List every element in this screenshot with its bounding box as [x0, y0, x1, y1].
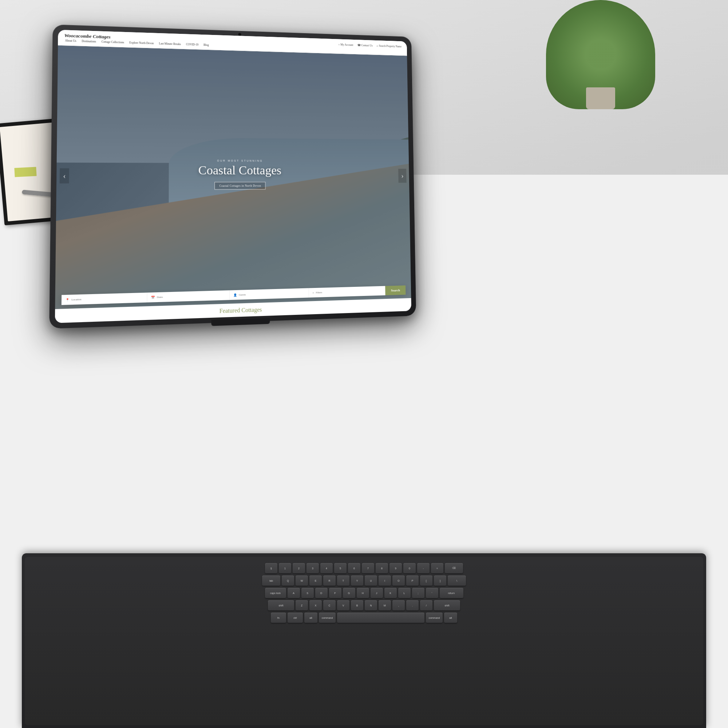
key-2[interactable]: 2 [293, 563, 305, 573]
key-period[interactable]: . [406, 600, 419, 610]
key-0[interactable]: 0 [403, 563, 416, 573]
key-v[interactable]: V [337, 600, 349, 610]
key-m[interactable]: M [379, 600, 391, 610]
plant-pot [586, 87, 615, 109]
nav-blog[interactable]: Blog [203, 43, 209, 47]
key-8[interactable]: 8 [376, 563, 388, 573]
key-6[interactable]: 6 [348, 563, 360, 573]
key-c[interactable]: C [323, 600, 336, 610]
key-x[interactable]: X [309, 600, 322, 610]
key-o[interactable]: O [392, 575, 405, 586]
key-5[interactable]: 5 [334, 563, 347, 573]
key-9[interactable]: 9 [390, 563, 402, 573]
ipad-wrapper: Woocacombe Cottages ○ My Account ☎ Conta… [49, 24, 416, 329]
nav-top-right: ○ My Account ☎ Contact Us ⌕ Search Prope… [338, 43, 401, 48]
hero-cta-button[interactable]: Coastal Cottages in North Devon [214, 182, 266, 189]
nav-last-minute-breaks[interactable]: Last Minute Breaks [159, 42, 181, 46]
hero-next-button[interactable]: › [398, 169, 407, 183]
key-w[interactable]: W [295, 575, 308, 586]
key-caps-lock[interactable]: caps lock [265, 588, 286, 598]
search-button[interactable]: Search [385, 285, 405, 295]
key-s[interactable]: S [301, 588, 314, 598]
ipad-device: Woocacombe Cottages ○ My Account ☎ Conta… [49, 24, 416, 329]
key-f[interactable]: F [329, 588, 341, 598]
ipad-screen: Woocacombe Cottages ○ My Account ☎ Conta… [55, 30, 411, 323]
key-equals[interactable]: = [431, 563, 444, 573]
key-d[interactable]: D [315, 588, 327, 598]
key-fn[interactable]: fn [271, 613, 286, 623]
key-1[interactable]: 1 [279, 563, 291, 573]
key-e[interactable]: E [309, 575, 322, 586]
key-l[interactable]: L [398, 588, 411, 598]
key-i[interactable]: I [379, 575, 391, 586]
nav-explore-north-devon[interactable]: Explore North Devon [129, 41, 154, 45]
key-q[interactable]: Q [282, 575, 294, 586]
key-spacebar[interactable] [337, 613, 424, 623]
hero-section: ‹ OUR MOST STUNNING Coastal Cottages Coa… [55, 46, 411, 309]
key-bracket-right[interactable]: ] [434, 575, 446, 586]
key-bracket-left[interactable]: [ [420, 575, 433, 586]
search-icon: ⌕ [377, 44, 379, 47]
key-p[interactable]: P [406, 575, 419, 586]
key-cmd-right[interactable]: command [426, 613, 443, 623]
key-3[interactable]: 3 [306, 563, 319, 573]
my-account-link[interactable]: ○ My Account [338, 43, 353, 47]
hero-title: Coastal Cottages [95, 163, 376, 177]
nav-destinations[interactable]: Destinations [81, 40, 96, 43]
guests-icon: 👤 [233, 294, 237, 297]
key-ctrl[interactable]: ctrl [288, 613, 303, 623]
keyboard-row-3: caps lock A S D F G H J K L ; ' return [28, 587, 700, 599]
key-j[interactable]: J [370, 588, 383, 598]
key-n[interactable]: N [365, 600, 377, 610]
keyboard: § 1 2 3 4 5 6 7 8 9 0 - = ⌫ tab Q W E [22, 553, 706, 728]
key-4[interactable]: 4 [320, 563, 333, 573]
key-r[interactable]: R [323, 575, 336, 586]
website-content: Woocacombe Cottages ○ My Account ☎ Conta… [55, 30, 411, 323]
filter-icon: ≡ [312, 291, 314, 294]
key-shift-right[interactable]: shift [434, 600, 460, 610]
key-slash[interactable]: / [420, 600, 433, 610]
key-quote[interactable]: ' [426, 588, 438, 598]
nav-about-us[interactable]: About Us [65, 39, 76, 43]
site-logo[interactable]: Woocacombe Cottages [64, 33, 111, 40]
key-backslash[interactable]: \ [448, 575, 466, 586]
hero-content: OUR MOST STUNNING Coastal Cottages Coast… [94, 159, 376, 190]
sticky-note [14, 167, 37, 177]
key-backtick[interactable]: § [265, 563, 277, 573]
key-y[interactable]: Y [351, 575, 363, 586]
key-return[interactable]: return [440, 588, 463, 598]
nav-cottage-collections[interactable]: Cottage Collections [102, 40, 124, 44]
keyboard-surface: § 1 2 3 4 5 6 7 8 9 0 - = ⌫ tab Q W E [25, 557, 703, 725]
key-t[interactable]: T [337, 575, 349, 586]
key-a[interactable]: A [288, 588, 300, 598]
key-7[interactable]: 7 [362, 563, 374, 573]
key-h[interactable]: H [357, 588, 369, 598]
key-semicolon[interactable]: ; [412, 588, 424, 598]
key-u[interactable]: U [365, 575, 377, 586]
search-property-link[interactable]: ⌕ Search Property Name [377, 44, 402, 48]
person-icon: ○ [338, 43, 340, 46]
contact-us-link[interactable]: ☎ Contact Us [357, 43, 372, 47]
keyboard-row-2: tab Q W E R T Y U I O P [ ] \ [28, 574, 700, 587]
key-b[interactable]: B [351, 600, 363, 610]
location-icon: 📍 [66, 298, 70, 302]
key-k[interactable]: K [384, 588, 397, 598]
calendar-icon: 📅 [151, 295, 155, 299]
hero-prev-button[interactable]: ‹ [60, 168, 69, 184]
keyboard-row-5: fn ctrl alt command command alt [28, 612, 700, 624]
phone-icon: ☎ [357, 43, 360, 47]
key-g[interactable]: G [343, 588, 355, 598]
key-backspace[interactable]: ⌫ [445, 563, 463, 573]
hero-subtitle: OUR MOST STUNNING [95, 159, 376, 162]
key-comma[interactable]: , [392, 600, 405, 610]
keyboard-row-4: shift Z X C V B N M , . / shift [28, 599, 700, 612]
key-alt-left[interactable]: alt [304, 613, 317, 623]
key-tab[interactable]: tab [262, 575, 280, 586]
key-cmd-left[interactable]: command [319, 613, 336, 623]
key-minus[interactable]: - [417, 563, 430, 573]
nav-covid[interactable]: COVID-19 [186, 43, 198, 47]
key-shift-left[interactable]: shift [268, 600, 294, 610]
key-alt-right[interactable]: alt [444, 613, 457, 623]
key-z[interactable]: Z [295, 600, 308, 610]
keyboard-rows: § 1 2 3 4 5 6 7 8 9 0 - = ⌫ tab Q W E [28, 562, 700, 624]
